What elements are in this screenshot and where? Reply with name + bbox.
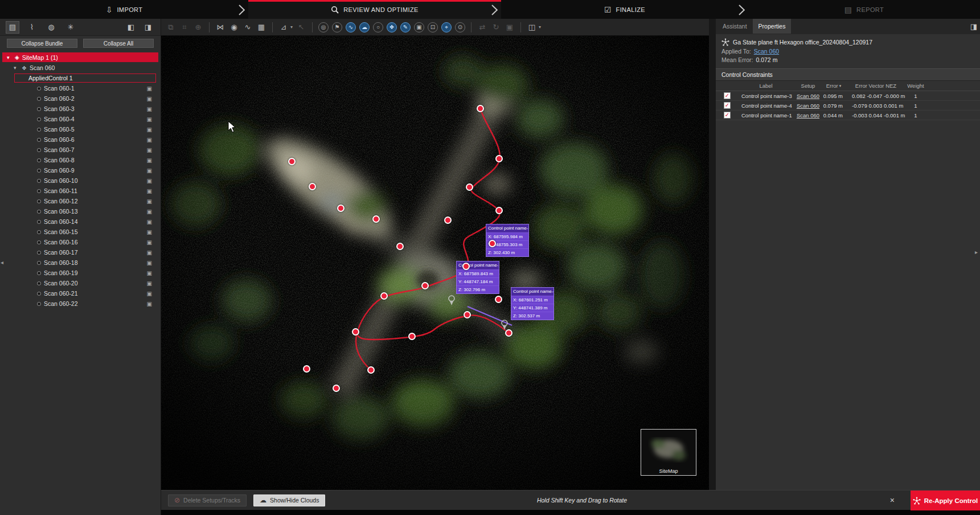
tree-item-scan[interactable]: Scan 060-19▣ [0,268,161,278]
globe-icon[interactable]: ◍ [44,21,58,34]
point-cloud-render[interactable] [161,36,709,490]
scan-image-icon[interactable]: ▣ [147,260,152,266]
cloud-icon[interactable]: ☁ [359,22,370,32]
scan-image-icon[interactable]: ▣ [147,147,152,153]
bundle-network-icon[interactable]: ✳ [64,21,77,34]
geometry-icon[interactable]: ❖ [387,22,397,32]
control-point-marker[interactable] [380,292,388,300]
scan-image-icon[interactable]: ▣ [147,219,152,225]
tree-item-sitemap[interactable]: ▾ ◈ SiteMap 1 (1) [2,52,158,62]
scan-image-icon[interactable]: ▣ [147,250,152,256]
tree-item-scan[interactable]: Scan 060-14▣ [0,216,161,227]
control-point-marker[interactable] [421,282,429,289]
scan-image-icon[interactable]: ▣ [147,116,152,122]
track-icon[interactable]: ∿ [346,22,356,32]
header-error[interactable]: Error ▾ [821,83,847,89]
control-point-marker[interactable] [464,311,471,318]
close-icon[interactable]: × [890,496,895,505]
collapse-panel-icon[interactable]: ◨ [970,22,977,31]
control-point-marker[interactable] [466,183,473,191]
control-point-marker[interactable] [462,263,470,270]
tree-item-scan[interactable]: Scan 060-17▣ [0,247,161,258]
viewport-canvas[interactable]: SiteMap Control point name-3X: 687595.98… [161,36,709,490]
scan-image-icon[interactable]: ▣ [147,280,152,287]
control-point-marker[interactable] [288,158,296,165]
control-point-marker[interactable] [495,155,503,162]
collapse-right-panel-handle[interactable]: ▸ [975,249,978,255]
annotate-icon[interactable]: ✎ [400,22,411,32]
tree-item-scan[interactable]: Scan 060-2▣ [0,93,161,104]
tree-item-scan[interactable]: Scan 060-9▣ [0,165,161,175]
record-icon[interactable]: ◉ [228,21,240,34]
workflow-step-report[interactable]: ▤ REPORT [748,0,980,19]
control-point-marker[interactable] [309,183,316,190]
scan-image-icon[interactable]: ▣ [147,270,152,276]
scan-image-icon[interactable]: ▣ [147,106,152,112]
tree-item-scan[interactable]: Scan 060-22▣ [0,299,161,309]
show-hide-clouds-button[interactable]: ☁ Show/Hide Clouds [253,494,325,506]
tree-item-scan[interactable]: Scan 060-1▣ [0,83,161,93]
scan-image-icon[interactable]: ▣ [147,157,152,164]
tree-item-scan[interactable]: Scan 060-18▣ [0,258,161,268]
sitemap-minimap[interactable]: SiteMap [641,429,696,476]
header-label[interactable]: Label [736,83,796,89]
scan-image-icon[interactable]: ▣ [147,126,152,133]
control-point-marker[interactable] [303,365,310,373]
control-point-marker[interactable] [477,105,484,112]
constraint-setup-link[interactable]: Scan 060 [796,93,821,99]
workflow-step-review-and-optimize[interactable]: REVIEW AND OPTIMIZE [248,0,501,19]
scan-image-icon[interactable]: ▣ [147,239,152,246]
constraint-row[interactable]: ✓Control point name-4Scan 0600.079 m-0.0… [716,101,980,111]
scan-image-icon[interactable]: ▣ [147,178,152,184]
tree-item-scan[interactable]: Scan 060-8▣ [0,155,161,165]
scan-image-icon[interactable]: ▣ [147,198,152,205]
constraint-row[interactable]: ✓Control point name-3Scan 0600.095 m0.08… [716,91,980,101]
expand-bundles-icon[interactable]: ◧ [124,21,138,34]
constraint-setup-link[interactable]: Scan 060 [796,112,821,118]
scan-image-icon[interactable]: ▣ [147,85,152,92]
layout-split-icon[interactable]: ◫ [526,21,538,34]
scan-image-icon[interactable]: ▣ [147,209,152,215]
tree-item-scan[interactable]: Scan 060-16▣ [0,237,161,247]
workflow-step-finalize[interactable]: ☑ FINALIZE [501,0,748,19]
tree-item-scan[interactable]: Scan 060-10▣ [0,175,161,186]
tree-item-scan[interactable]: Scan 060-21▣ [0,288,161,299]
measure-icon[interactable]: ⊿ [277,21,290,34]
collapse-bundles-icon[interactable]: ◨ [141,21,155,34]
constraint-checkbox[interactable]: ✓ [724,92,731,99]
tree-item-scan[interactable]: Scan 060-13▣ [0,206,161,216]
collapse-bundle-button[interactable]: Collapse Bundle [7,39,77,48]
control-point-marker[interactable] [408,333,416,340]
project-tree-icon[interactable]: ▤ [6,21,19,34]
control-point-marker[interactable] [337,205,345,212]
control-point-marker[interactable] [495,207,503,214]
collapse-left-panel-handle[interactable]: ◂ [1,259,3,265]
image-icon[interactable]: ▣ [414,22,424,32]
tag-icon[interactable]: ⚑ [332,22,342,32]
grid-view-icon[interactable]: ▦ [255,21,268,34]
tree-item-scan[interactable]: Scan 060-6▣ [0,134,161,145]
control-point-marker[interactable] [372,215,380,223]
control-point-marker[interactable] [367,366,375,374]
tree-item-scan-group[interactable]: ▾ ❖ Scan 060 [0,63,161,73]
scan-image-icon[interactable]: ▣ [147,229,152,235]
tree-item-scan[interactable]: Scan 060-3▣ [0,104,161,114]
caret-down-icon[interactable]: ▾ [7,55,12,60]
constraint-checkbox[interactable]: ✓ [724,102,731,109]
scan-image-icon[interactable]: ▣ [147,301,152,307]
tree-item-scan[interactable]: Scan 060-15▣ [0,227,161,237]
constraint-checkbox[interactable]: ✓ [724,112,731,118]
control-point-marker[interactable] [489,240,496,247]
reapply-control-button[interactable]: Re-Apply Control [911,491,980,510]
header-setup[interactable]: Setup [796,83,821,89]
constraint-setup-link[interactable]: Scan 060 [796,103,821,109]
sphere-icon[interactable]: ○ [373,22,383,32]
scan-image-icon[interactable]: ▣ [147,291,152,297]
control-point-marker[interactable] [396,243,404,250]
constraint-row[interactable]: ✓Control point name-1Scan 0600.044 m-0.0… [716,111,980,120]
workflow-step-import[interactable]: ⇩ IMPORT [0,0,248,19]
layout-split-icon-caret[interactable]: ▾ [539,24,541,30]
caret-down-icon[interactable]: ▾ [14,65,19,71]
header-error-vector[interactable]: Error Vector NEZ [847,83,905,89]
applied-to-link[interactable]: Scan 060 [754,48,779,55]
